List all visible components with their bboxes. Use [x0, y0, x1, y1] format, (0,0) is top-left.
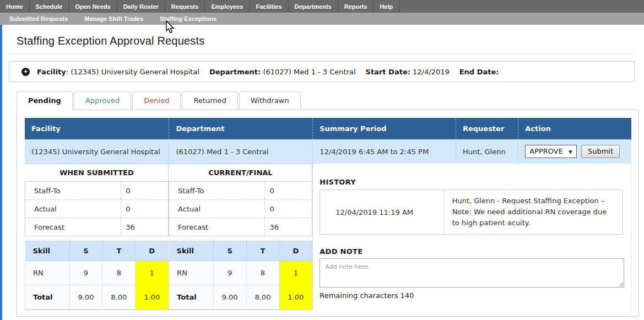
add-note-heading: ADD NOTE [320, 247, 623, 256]
tab-denied[interactable]: Denied [132, 91, 181, 110]
cf-staff-to-label: Staff-To [169, 182, 265, 200]
nav-item-departments[interactable]: Departments [289, 0, 338, 13]
cf-forecast-value: 36 [265, 218, 312, 236]
detail-right-pane: HISTORY 12/04/2019 11:19 AM Hunt, Glenn … [313, 164, 631, 310]
skill-submitted-table: Skill S T D RN 9 8 1 [25, 241, 169, 310]
requests-table-header-row: Facility Department Summary Period Reque… [25, 118, 631, 139]
history-table: 12/04/2019 11:19 AM Hunt, Glenn - Reques… [320, 189, 623, 235]
history-entry: 12/04/2019 11:19 AM Hunt, Glenn - Reques… [320, 190, 623, 235]
skill-cur-total-label: Total [169, 285, 214, 310]
skill-sub-header-skill: Skill [25, 241, 70, 261]
status-tabs: Pending Approved Denied Returned Withdra… [17, 91, 644, 110]
app-window: Home Schedule Open Needs Daily Roster Re… [0, 0, 644, 320]
request-action-cell: APPROVE Submit [518, 139, 631, 164]
column-header-department: Department [169, 118, 313, 139]
skill-cur-rn-d: 1 [279, 261, 312, 285]
ws-actual-value: 0 [121, 200, 169, 218]
cf-forecast-label: Forecast [169, 218, 265, 236]
skill-cur-rn-s: 9 [213, 261, 246, 285]
counts-tables: WHEN SUBMITTED Staff-To0 Actual0 Forecas… [25, 164, 312, 236]
skill-sub-rn-t: 8 [102, 261, 136, 285]
cf-actual-value: 0 [265, 200, 312, 218]
column-header-facility: Facility [25, 118, 169, 139]
subnav-item-manage-shift-trades[interactable]: Manage Shift Trades [78, 13, 149, 25]
add-note-textarea[interactable] [320, 258, 624, 288]
top-navigation: Home Schedule Open Needs Daily Roster Re… [0, 0, 644, 13]
pending-tab-panel: Facility Department Summary Period Reque… [17, 110, 639, 317]
nav-item-employees[interactable]: Employees [205, 0, 250, 13]
nav-item-help[interactable]: Help [374, 0, 399, 13]
request-row: (12345) University General Hospital (610… [25, 139, 631, 164]
tab-pending[interactable]: Pending [17, 91, 73, 110]
requests-table: Facility Department Summary Period Reque… [25, 118, 631, 310]
subnav-item-submitted-requests[interactable]: Submitted Requests [3, 13, 74, 25]
title-divider [9, 53, 635, 54]
request-requester: Hunt, Glenn [456, 139, 518, 164]
filter-bar: + Facility: (12345) University General H… [9, 61, 635, 82]
filter-start-date-label: Start Date: [366, 68, 410, 76]
request-detail-row: WHEN SUBMITTED Staff-To0 Actual0 Forecas… [25, 164, 631, 310]
tab-withdrawn[interactable]: Withdrawn [239, 91, 301, 110]
skill-cur-rn-label: RN [169, 261, 214, 285]
skill-sub-rn-s: 9 [69, 261, 102, 285]
skill-cur-rn-t: 8 [246, 261, 279, 285]
filter-start-date: Start Date: 12/4/2019 [366, 68, 450, 76]
filter-start-date-value: 12/4/2019 [413, 68, 450, 76]
nav-item-home[interactable]: Home [0, 0, 30, 13]
filter-department-value: (61027) Med 1 - 3 Central [263, 68, 355, 76]
action-select-value: APPROVE [529, 147, 563, 155]
skill-cur-total-row: Total 9.00 8.00 1.00 [169, 285, 312, 310]
skill-tables: Skill S T D RN 9 8 1 [25, 241, 312, 310]
action-select[interactable]: APPROVE [525, 145, 577, 158]
expand-plus-icon[interactable]: + [21, 68, 30, 76]
skill-cur-header-t: T [246, 241, 279, 261]
subnav-item-staffing-exceptions[interactable]: Staffing Exceptions [154, 13, 223, 25]
skill-sub-rn-label: RN [25, 261, 70, 285]
caret-down-icon [569, 147, 572, 155]
filter-end-date: End Date: [459, 68, 499, 76]
filter-end-date-label: End Date: [459, 68, 499, 76]
filter-facility: Facility: (12345) University General Hos… [37, 68, 199, 76]
ws-staff-to-value: 0 [121, 182, 169, 200]
history-heading: HISTORY [320, 178, 623, 186]
tab-returned[interactable]: Returned [182, 91, 237, 110]
filter-facility-value: : (12345) University General Hospital [66, 68, 199, 76]
request-summary-period: 12/4/2019 6:45 AM to 2:45 PM [313, 139, 456, 164]
skill-cur-header-skill: Skill [169, 241, 214, 261]
skill-cur-total-s: 9.00 [213, 285, 246, 310]
skill-cur-rn-row: RN 9 8 1 [169, 261, 312, 285]
cf-staff-to-value: 0 [265, 182, 312, 200]
filter-department: Department: (61027) Med 1 - 3 Central [209, 68, 356, 76]
page-title: Staffing Exception Approval Requests [17, 35, 644, 47]
submit-button[interactable]: Submit [581, 145, 620, 158]
skill-cur-total-d: 1.00 [279, 285, 312, 310]
skill-sub-rn-row: RN 9 8 1 [25, 261, 169, 285]
ws-forecast-value: 36 [121, 218, 169, 236]
when-submitted-title: WHEN SUBMITTED [25, 164, 169, 182]
ws-actual-label: Actual [25, 200, 121, 218]
filter-department-label: Department: [209, 68, 261, 76]
column-header-summary-period: Summary Period [313, 118, 456, 139]
nav-item-requests[interactable]: Requests [165, 0, 205, 13]
request-facility: (12345) University General Hospital [25, 139, 169, 164]
skill-cur-header-d: D [279, 241, 312, 261]
current-final-table: CURRENT/FINAL Staff-To0 Actual0 Forecast… [169, 164, 312, 236]
ws-staff-to-label: Staff-To [25, 182, 121, 200]
skill-cur-total-t: 8.00 [246, 285, 279, 310]
history-note: Hunt, Glenn - Request Staffing Exception… [444, 190, 623, 235]
skill-sub-header-t: T [102, 241, 136, 261]
skill-sub-total-label: Total [25, 285, 70, 310]
nav-item-daily-roster[interactable]: Daily Roster [117, 0, 165, 13]
nav-item-reports[interactable]: Reports [338, 0, 374, 13]
sub-navigation: Submitted Requests Manage Shift Trades S… [0, 13, 644, 25]
nav-item-schedule[interactable]: Schedule [30, 0, 69, 13]
skill-sub-header-d: D [136, 241, 169, 261]
history-timestamp: 12/04/2019 11:19 AM [320, 190, 444, 235]
skill-sub-header-s: S [69, 241, 102, 261]
cf-actual-label: Actual [169, 200, 265, 218]
nav-item-open-needs[interactable]: Open Needs [69, 0, 117, 13]
request-department: (61027) Med 1 - 3 Central [169, 139, 313, 164]
nav-item-facilities[interactable]: Facilities [250, 0, 288, 13]
tab-approved[interactable]: Approved [74, 91, 131, 110]
when-submitted-table: WHEN SUBMITTED Staff-To0 Actual0 Forecas… [25, 164, 169, 236]
